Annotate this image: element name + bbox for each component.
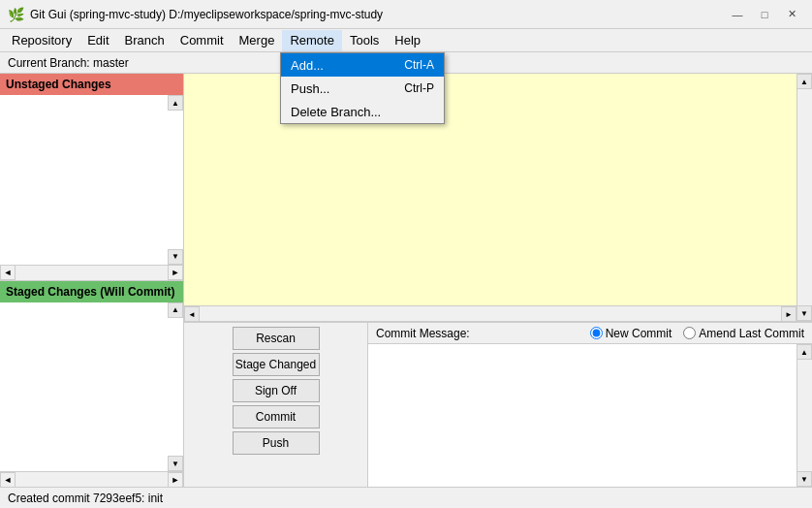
bottom-area: Rescan Stage Changed Sign Off Commit Pus… (184, 322, 812, 487)
amend-commit-radio-label[interactable]: Amend Last Commit (683, 327, 804, 340)
commit-message-input[interactable] (368, 344, 796, 487)
msg-scroll-up[interactable]: ▲ (796, 344, 812, 360)
sign-off-button[interactable]: Sign Off (233, 379, 320, 402)
status-bar: Created commit 7293eef5: init (0, 487, 812, 508)
rescan-button[interactable]: Rescan (233, 327, 320, 350)
unstaged-scroll-up[interactable]: ▲ (168, 95, 183, 111)
title-controls: — □ ✕ (725, 5, 804, 24)
diff-scroll-down[interactable]: ▼ (796, 305, 812, 321)
left-panel: Unstaged Changes ▲ ▼ ◄ ► Staged Changes … (0, 74, 184, 487)
unstaged-scroll-down[interactable]: ▼ (168, 249, 183, 265)
stage-changed-button[interactable]: Stage Changed (233, 353, 320, 376)
remote-dropdown-menu: Add... Ctrl-A Push... Ctrl-P Delete Bran… (280, 52, 445, 124)
staged-scroll-down[interactable]: ▼ (168, 456, 183, 471)
menu-item-merge[interactable]: Merge (232, 30, 283, 51)
title-bar: 🌿 Git Gui (spring-mvc-study) D:/myeclips… (0, 0, 812, 29)
menu-item-edit[interactable]: Edit (79, 30, 116, 51)
new-commit-radio[interactable] (590, 327, 603, 339)
unstaged-scroll-right[interactable]: ► (168, 265, 183, 280)
close-button[interactable]: ✕ (779, 5, 804, 24)
staged-scroll-left[interactable]: ◄ (0, 472, 16, 488)
menu-bar: Repository Edit Branch Commit Merge Remo… (0, 29, 812, 52)
maximize-button[interactable]: □ (752, 5, 777, 24)
minimize-button[interactable]: — (725, 5, 750, 24)
radio-group: New Commit Amend Last Commit (590, 327, 804, 340)
staged-content: ▲ ▼ (0, 302, 183, 472)
commit-message-area[interactable]: ▲ ▼ (368, 344, 812, 487)
unstaged-scrollbar-h[interactable]: ◄ ► (0, 265, 183, 280)
dropdown-push-label: Push... (291, 81, 329, 96)
diff-scrollbar-h[interactable]: ◄ ► (184, 305, 796, 321)
staged-header: Staged Changes (Will Commit) (0, 281, 183, 302)
menu-item-tools[interactable]: Tools (342, 30, 387, 51)
commit-msg-scrollbar[interactable]: ▲ ▼ (796, 344, 812, 487)
right-panel: ▲ ▼ ◄ ► Rescan Stage Changed Sign Off Co… (184, 74, 812, 487)
diff-scroll-right[interactable]: ► (781, 306, 796, 322)
unstaged-section: Unstaged Changes ▲ ▼ ◄ ► (0, 74, 183, 281)
unstaged-scroll-left[interactable]: ◄ (0, 265, 16, 280)
commit-message-label: Commit Message: (376, 327, 470, 340)
staged-scroll-up[interactable]: ▲ (168, 302, 183, 318)
commit-buttons-panel: Rescan Stage Changed Sign Off Commit Pus… (184, 323, 368, 487)
main-area: Unstaged Changes ▲ ▼ ◄ ► Staged Changes … (0, 74, 812, 487)
app-icon: 🌿 (8, 7, 24, 22)
menu-item-branch[interactable]: Branch (117, 30, 172, 51)
dropdown-item-delete-branch[interactable]: Delete Branch... (281, 100, 444, 123)
new-commit-label: New Commit (606, 327, 672, 340)
push-button[interactable]: Push (233, 431, 320, 455)
staged-section: Staged Changes (Will Commit) ▲ ▼ ◄ ► (0, 281, 183, 488)
diff-scroll-left[interactable]: ◄ (184, 306, 200, 322)
unstaged-header: Unstaged Changes (0, 74, 183, 95)
dropdown-add-label: Add... (291, 58, 324, 73)
dropdown-item-add[interactable]: Add... Ctrl-A (281, 53, 444, 77)
amend-commit-label: Amend Last Commit (699, 327, 804, 340)
menu-item-remote[interactable]: Remote (282, 30, 342, 51)
window-title: Git Gui (spring-mvc-study) D:/myeclipsew… (30, 8, 383, 21)
title-bar-left: 🌿 Git Gui (spring-mvc-study) D:/myeclips… (8, 7, 383, 22)
dropdown-delete-label: Delete Branch... (291, 105, 381, 119)
status-text: Created commit 7293eef5: init (8, 492, 163, 505)
diff-scroll-up[interactable]: ▲ (796, 74, 812, 89)
dropdown-push-shortcut: Ctrl-P (404, 81, 434, 95)
dropdown-item-push[interactable]: Push... Ctrl-P (281, 77, 444, 100)
dropdown-add-shortcut: Ctrl-A (404, 58, 434, 72)
staged-scroll-right[interactable]: ► (168, 472, 183, 488)
new-commit-radio-label[interactable]: New Commit (590, 327, 672, 340)
unstaged-content: ▲ ▼ (0, 95, 183, 265)
menu-item-commit[interactable]: Commit (172, 30, 232, 51)
commit-msg-header: Commit Message: New Commit Amend Last Co… (368, 323, 812, 344)
msg-scroll-down[interactable]: ▼ (796, 471, 812, 487)
commit-right: Commit Message: New Commit Amend Last Co… (368, 323, 812, 487)
amend-commit-radio[interactable] (683, 327, 696, 339)
menu-item-repository[interactable]: Repository (4, 30, 79, 51)
diff-area: ▲ ▼ ◄ ► (184, 74, 812, 322)
staged-scrollbar-h[interactable]: ◄ ► (0, 471, 183, 487)
diff-scrollbar-v[interactable]: ▲ ▼ (796, 74, 812, 321)
commit-button[interactable]: Commit (233, 405, 320, 429)
menu-item-help[interactable]: Help (387, 30, 428, 51)
